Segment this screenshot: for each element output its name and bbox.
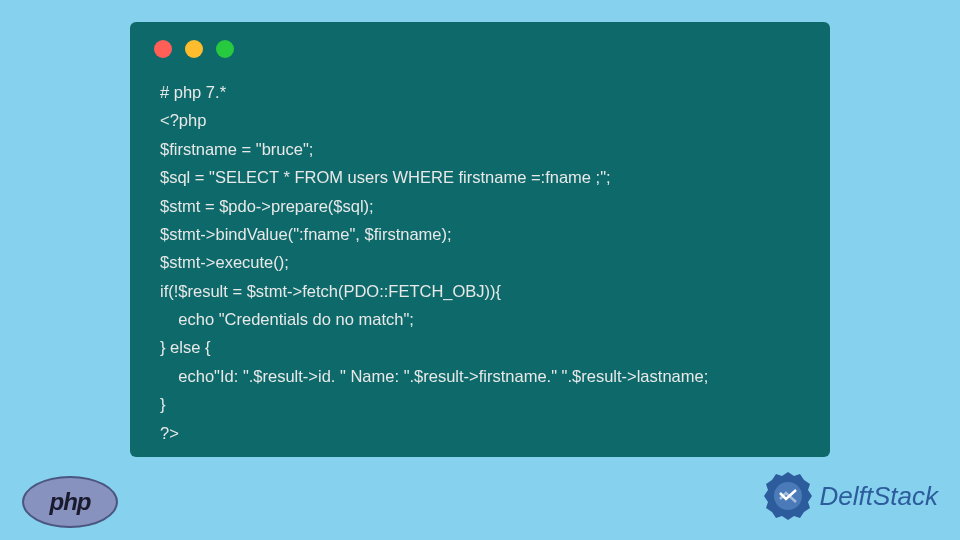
- code-window: # php 7.* <?php $firstname = "bruce"; $s…: [130, 22, 830, 457]
- code-block: # php 7.* <?php $firstname = "bruce"; $s…: [130, 70, 830, 467]
- code-line: $stmt->execute();: [160, 253, 289, 271]
- maximize-icon: [216, 40, 234, 58]
- code-line: echo "Credentials do no match";: [160, 310, 414, 328]
- code-line: echo"Id: ".$result->id. " Name: ".$resul…: [160, 367, 708, 385]
- code-line: $sql = "SELECT * FROM users WHERE firstn…: [160, 168, 611, 186]
- code-line: <?php: [160, 111, 206, 129]
- code-line: $stmt = $pdo->prepare($sql);: [160, 197, 374, 215]
- code-line: $stmt->bindValue(":fname", $firstname);: [160, 225, 452, 243]
- code-line: if(!$result = $stmt->fetch(PDO::FETCH_OB…: [160, 282, 501, 300]
- php-logo-text: php: [50, 488, 91, 516]
- code-line: # php 7.*: [160, 83, 226, 101]
- php-logo: php: [22, 476, 118, 528]
- close-icon: [154, 40, 172, 58]
- minimize-icon: [185, 40, 203, 58]
- code-line: }: [160, 395, 166, 413]
- code-line: } else {: [160, 338, 210, 356]
- delftstack-logo: DelftStack: [762, 470, 939, 522]
- window-controls: [130, 22, 830, 70]
- delftstack-text: DelftStack: [820, 481, 939, 512]
- delftstack-icon: [762, 470, 814, 522]
- code-line: ?>: [160, 424, 179, 442]
- code-line: $firstname = "bruce";: [160, 140, 313, 158]
- php-logo-ellipse: php: [22, 476, 118, 528]
